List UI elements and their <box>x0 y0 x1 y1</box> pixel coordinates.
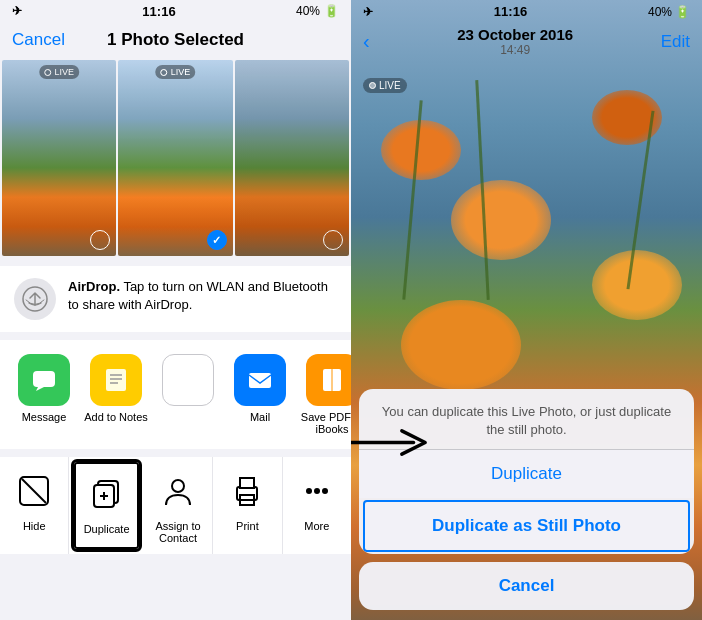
right-panel: ✈ 11:16 40%🔋 ‹ 23 October 2016 14:49 Edi… <box>351 0 702 620</box>
duplicate-still-button[interactable]: Duplicate as Still Photo <box>363 500 690 552</box>
svg-rect-17 <box>240 478 254 488</box>
share-row: Message Add to Notes <box>0 340 351 449</box>
right-status-time: 11:16 <box>494 4 527 19</box>
duplicate-icon <box>83 470 131 518</box>
share-notes-label: Add to Notes <box>84 411 148 423</box>
notes-icon <box>90 354 142 406</box>
action-duplicate[interactable]: Duplicate <box>71 459 141 552</box>
action-print[interactable]: Print <box>213 457 282 554</box>
photo-check-3[interactable] <box>323 230 343 250</box>
share-mail[interactable]: Mail <box>224 350 296 439</box>
empty-share-icon <box>162 354 214 406</box>
cancel-button[interactable]: Cancel <box>12 30 65 50</box>
photo-thumb-1[interactable]: LIVE <box>2 60 116 256</box>
share-notes[interactable]: Add to Notes <box>80 350 152 439</box>
svg-point-21 <box>322 488 328 494</box>
action-row: Hide Duplicate Assign to C <box>0 457 351 554</box>
left-status-left: ✈ <box>12 4 22 18</box>
svg-point-20 <box>314 488 320 494</box>
photo-check-1[interactable] <box>90 230 110 250</box>
svg-line-10 <box>22 479 46 503</box>
left-status-bar: ✈ 11:16 40% 🔋 <box>0 0 351 22</box>
photo-check-2[interactable]: ✓ <box>207 230 227 250</box>
photo-grid: LIVE LIVE ✓ <box>0 58 351 258</box>
action-assign-contact[interactable]: Assign to Contact <box>144 457 213 554</box>
battery-icon: 🔋 <box>324 4 339 18</box>
dialog-cancel-button[interactable]: Cancel <box>359 562 694 610</box>
photo-date: 23 October 2016 14:49 <box>457 26 573 57</box>
share-mail-label: Mail <box>250 411 270 423</box>
more-icon <box>293 467 341 515</box>
airplane-icon: ✈ <box>12 4 22 18</box>
live-badge-1: LIVE <box>39 65 79 79</box>
share-message[interactable]: Message <box>8 350 80 439</box>
contact-icon <box>154 467 202 515</box>
right-live-badge: LIVE <box>363 78 407 93</box>
duplicate-arrow <box>351 425 431 460</box>
right-nav: ‹ 23 October 2016 14:49 Edit <box>351 20 702 63</box>
left-status-time: 11:16 <box>142 4 175 19</box>
left-status-right: 40% 🔋 <box>296 4 339 18</box>
action-print-label: Print <box>236 520 259 532</box>
photo-thumb-3[interactable] <box>235 60 349 256</box>
ibooks-icon <box>306 354 351 406</box>
battery-text: 40% <box>296 4 320 18</box>
share-ibooks-label: Save PDF to iBooks <box>296 411 351 435</box>
action-more-label: More <box>304 520 329 532</box>
photo-thumb-2[interactable]: LIVE ✓ <box>118 60 232 256</box>
page-title: 1 Photo Selected <box>107 30 244 50</box>
svg-rect-6 <box>249 373 271 388</box>
airdrop-icon <box>14 278 56 320</box>
duplicate-dialog: You can duplicate this Live Photo, or ju… <box>351 389 702 620</box>
dialog-card: You can duplicate this Live Photo, or ju… <box>359 389 694 554</box>
print-icon <box>223 467 271 515</box>
right-status-plane: ✈ <box>363 5 373 19</box>
edit-button[interactable]: Edit <box>661 32 690 52</box>
svg-point-15 <box>172 480 184 492</box>
svg-point-19 <box>306 488 312 494</box>
action-more[interactable]: More <box>283 457 351 554</box>
svg-rect-2 <box>106 369 126 391</box>
airdrop-section[interactable]: AirDrop. Tap to turn on WLAN and Bluetoo… <box>0 266 351 332</box>
airdrop-description: AirDrop. Tap to turn on WLAN and Bluetoo… <box>68 278 337 314</box>
action-contact-label: Assign to Contact <box>148 520 208 544</box>
share-message-label: Message <box>22 411 67 423</box>
share-ibooks[interactable]: Save PDF to iBooks <box>296 350 351 439</box>
action-hide-label: Hide <box>23 520 46 532</box>
action-duplicate-label: Duplicate <box>84 523 130 535</box>
svg-rect-1 <box>33 371 55 387</box>
action-hide[interactable]: Hide <box>0 457 69 554</box>
right-status-battery: 40%🔋 <box>648 5 690 19</box>
hide-icon <box>10 467 58 515</box>
message-icon <box>18 354 70 406</box>
left-nav-bar: Cancel 1 Photo Selected <box>0 22 351 58</box>
back-button[interactable]: ‹ <box>363 30 370 53</box>
share-empty[interactable] <box>152 350 224 439</box>
mail-icon <box>234 354 286 406</box>
left-panel: ✈ 11:16 40% 🔋 Cancel 1 Photo Selected LI… <box>0 0 351 620</box>
live-badge-2: LIVE <box>156 65 196 79</box>
